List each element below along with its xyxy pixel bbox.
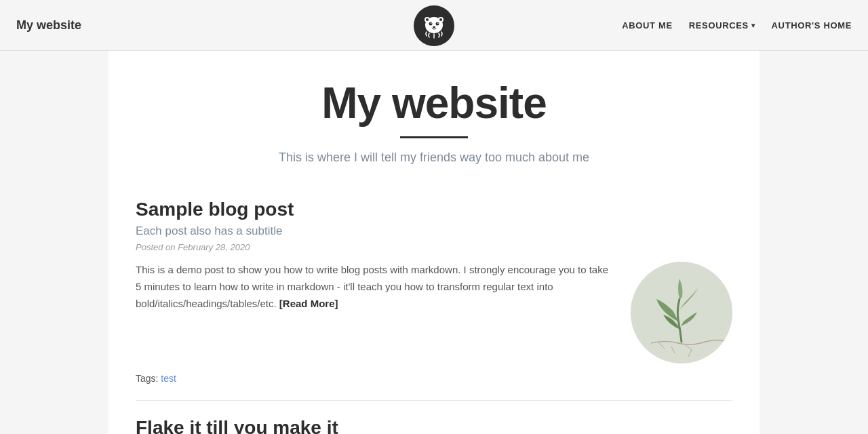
svg-point-4 — [439, 18, 442, 21]
posts-container: Sample blog post Each post also has a su… — [136, 185, 732, 434]
main-content: My website This is where I will tell my … — [108, 51, 760, 434]
svg-point-3 — [426, 18, 429, 21]
post-1-tags: Tags: test — [136, 373, 732, 384]
svg-point-7 — [431, 22, 432, 24]
nav-brand[interactable]: My website — [16, 18, 81, 33]
post-1-image — [631, 262, 732, 363]
svg-point-6 — [436, 22, 439, 26]
post-1-meta: Posted on February 28, 2020 — [136, 242, 732, 252]
post-2: Flake it till you make it — [136, 417, 732, 434]
post-1-body-row: This is a demo post to show you how to w… — [136, 262, 732, 363]
post-1-tag-test[interactable]: test — [161, 373, 176, 384]
logo-icon — [420, 12, 448, 39]
plant-illustration — [631, 262, 732, 363]
navbar: My website — [0, 0, 868, 51]
nav-logo-center — [414, 5, 454, 46]
hero-section: My website This is where I will tell my … — [136, 51, 732, 185]
post-1-image-container — [631, 262, 732, 363]
post-1: Sample blog post Each post also has a su… — [136, 199, 732, 401]
post-1-text: This is a demo post to show you how to w… — [136, 262, 614, 312]
hero-subtitle: This is where I will tell my friends way… — [136, 151, 732, 165]
svg-rect-10 — [631, 262, 732, 363]
hero-title: My website — [136, 78, 732, 128]
svg-point-8 — [437, 22, 439, 24]
svg-point-5 — [429, 22, 433, 26]
post-1-subtitle: Each post also has a subtitle — [136, 224, 732, 238]
site-logo — [414, 5, 454, 46]
post-1-title[interactable]: Sample blog post — [136, 199, 732, 220]
nav-link-resources[interactable]: RESOURCES ▾ — [689, 20, 755, 31]
post-1-read-more[interactable]: [Read More] — [279, 298, 338, 309]
svg-point-9 — [433, 26, 435, 28]
dropdown-arrow-icon: ▾ — [751, 22, 755, 29]
post-2-title[interactable]: Flake it till you make it — [136, 417, 732, 434]
nav-links: ABOUT ME RESOURCES ▾ AUTHOR'S HOME — [622, 20, 852, 31]
nav-link-about[interactable]: ABOUT ME — [622, 20, 673, 31]
hero-divider — [400, 136, 468, 138]
nav-link-author-home[interactable]: AUTHOR'S HOME — [772, 20, 852, 31]
